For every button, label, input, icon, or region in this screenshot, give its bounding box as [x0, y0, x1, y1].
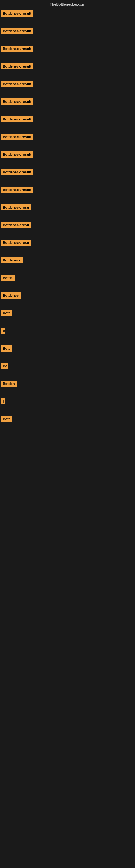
bottleneck-badge[interactable]: Bo — [1, 363, 8, 369]
item-spacer — [0, 283, 135, 291]
list-item: Bo — [1, 363, 135, 369]
list-item: Bott — [1, 345, 135, 351]
bottleneck-badge[interactable]: Bottleneck result — [1, 134, 33, 140]
list-item: Bottle — [1, 275, 135, 281]
bottleneck-badge[interactable]: Bottleneck result — [1, 10, 33, 17]
item-spacer — [0, 353, 135, 361]
bottleneck-badge[interactable]: Bottleneck result — [1, 169, 33, 175]
item-spacer — [0, 18, 135, 26]
item-spacer — [0, 89, 135, 97]
list-item: Bottleneck result — [1, 134, 135, 140]
list-item: Bottleneck result — [1, 63, 135, 69]
list-item: Bott — [1, 310, 135, 316]
item-spacer — [0, 406, 135, 414]
item-spacer — [0, 424, 135, 432]
page-wrapper: TheBottlenecker.com Bottleneck resultBot… — [0, 0, 135, 433]
bottleneck-badge[interactable]: Bott — [1, 345, 12, 351]
item-spacer — [0, 177, 135, 185]
bottleneck-badge[interactable]: Bottleneck resu — [1, 222, 31, 228]
list-item: | — [1, 398, 135, 404]
item-spacer — [0, 247, 135, 255]
bottleneck-badge[interactable]: Bottleneck result — [1, 81, 33, 87]
list-item: Bottlenec — [1, 292, 135, 299]
list-item: Bottleneck result — [1, 81, 135, 87]
list-item: Bottleneck result — [1, 187, 135, 193]
item-spacer — [0, 212, 135, 220]
item-spacer — [0, 142, 135, 150]
list-item: Bott — [1, 416, 135, 422]
item-spacer — [0, 106, 135, 115]
bottleneck-badge[interactable]: B — [1, 328, 5, 334]
bottleneck-badge[interactable]: Bottleneck result — [1, 63, 33, 69]
list-item: Bottleneck resu — [1, 204, 135, 211]
item-spacer — [0, 318, 135, 326]
bottleneck-badge[interactable]: Bott — [1, 416, 12, 422]
bottleneck-badge[interactable]: | — [1, 398, 5, 404]
list-item: Bottleneck — [1, 257, 135, 264]
item-spacer — [0, 265, 135, 273]
list-item: Bottleneck result — [1, 151, 135, 158]
item-spacer — [0, 124, 135, 132]
bottleneck-badge[interactable]: Bottleneck — [1, 257, 23, 264]
bottleneck-badge[interactable]: Bottleneck resu — [1, 240, 31, 246]
site-title: TheBottlenecker.com — [0, 0, 135, 8]
list-item: Bottleneck resu — [1, 222, 135, 228]
bottleneck-badge[interactable]: Bottleneck result — [1, 151, 33, 158]
item-spacer — [0, 300, 135, 308]
list-item: B — [1, 328, 135, 334]
bottleneck-badge[interactable]: Bottlenec — [1, 292, 21, 299]
bottleneck-badge[interactable]: Bott — [1, 310, 12, 316]
bottleneck-badge[interactable]: Bottleneck result — [1, 116, 33, 122]
bottleneck-badge[interactable]: Bottleneck result — [1, 45, 33, 52]
item-spacer — [0, 71, 135, 79]
list-item: Bottlen — [1, 380, 135, 387]
bottleneck-badge[interactable]: Bottleneck result — [1, 187, 33, 193]
list-item: Bottleneck result — [1, 45, 135, 52]
list-item: Bottleneck result — [1, 10, 135, 17]
item-spacer — [0, 54, 135, 62]
item-spacer — [0, 230, 135, 238]
bottleneck-badge[interactable]: Bottlen — [1, 380, 17, 387]
bottleneck-badge[interactable]: Bottleneck result — [1, 28, 33, 34]
bottleneck-badge[interactable]: Bottleneck resu — [1, 204, 31, 211]
bottleneck-badge[interactable]: Bottle — [1, 275, 15, 281]
bottleneck-list: Bottleneck resultBottleneck resultBottle… — [0, 8, 135, 433]
list-item: Bottleneck result — [1, 28, 135, 34]
list-item: Bottleneck result — [1, 169, 135, 175]
item-spacer — [0, 389, 135, 397]
item-spacer — [0, 194, 135, 203]
item-spacer — [0, 36, 135, 44]
list-item: Bottleneck result — [1, 116, 135, 122]
header-text: TheBottlenecker.com — [50, 2, 85, 6]
item-spacer — [0, 336, 135, 344]
bottleneck-badge[interactable]: Bottleneck result — [1, 98, 33, 105]
list-item: Bottleneck result — [1, 98, 135, 105]
item-spacer — [0, 371, 135, 379]
list-item: Bottleneck resu — [1, 240, 135, 246]
item-spacer — [0, 159, 135, 167]
